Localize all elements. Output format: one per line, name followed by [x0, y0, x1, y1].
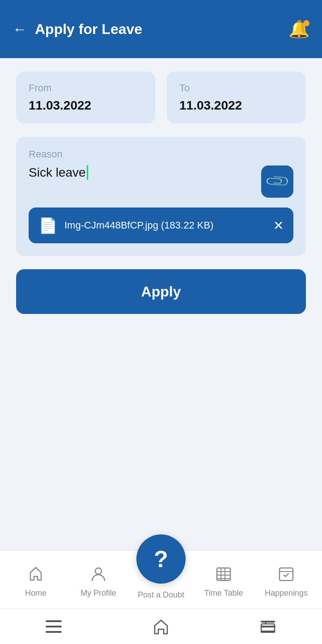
svg-rect-11: [46, 631, 62, 633]
header-left: ← Apply for Leave: [13, 21, 142, 38]
profile-icon: [90, 566, 106, 586]
paperclip-icon: 📎: [263, 168, 291, 195]
file-name: Img-CJm448BfCP.jpg (183.22 KB): [64, 220, 266, 231]
nav-profile[interactable]: My Profile: [67, 561, 130, 598]
reason-input-row: Sick leave 📎: [29, 165, 293, 198]
remove-file-button[interactable]: ✕: [273, 218, 284, 233]
nav-profile-label: My Profile: [80, 589, 116, 598]
home-icon: [28, 566, 44, 586]
svg-point-0: [95, 568, 102, 574]
date-row: From 11.03.2022 To 11.03.2022: [16, 72, 306, 123]
android-nav-bar: [0, 608, 322, 644]
file-attachment: 📄 Img-CJm448BfCP.jpg (183.22 KB) ✕: [29, 208, 293, 243]
attach-button[interactable]: 📎: [261, 165, 293, 198]
android-menu-button[interactable]: [46, 620, 62, 633]
main-content: From 11.03.2022 To 11.03.2022 Reason Sic…: [0, 58, 322, 466]
to-date-card[interactable]: To 11.03.2022: [167, 72, 306, 123]
svg-rect-15: [261, 624, 275, 633]
nav-post-doubt[interactable]: ? Post a Doubt: [130, 559, 192, 600]
nav-happenings[interactable]: Happenings: [255, 561, 318, 598]
svg-rect-10: [46, 626, 62, 627]
to-date-value: 11.03.2022: [179, 98, 293, 113]
notification-dot: [303, 20, 309, 26]
reason-text-value: Sick leave: [29, 165, 86, 180]
post-doubt-fab[interactable]: ?: [136, 534, 186, 584]
notification-button[interactable]: 🔔: [288, 19, 309, 39]
nav-happenings-label: Happenings: [265, 589, 308, 598]
back-button[interactable]: ←: [13, 21, 27, 38]
svg-rect-9: [46, 620, 62, 622]
nav-timetable-label: Time Table: [204, 589, 243, 598]
from-date-value: 11.03.2022: [29, 98, 143, 113]
nav-timetable[interactable]: Time Table: [192, 561, 255, 598]
timetable-icon: [216, 566, 232, 586]
android-home-button[interactable]: [153, 619, 169, 635]
to-label: To: [179, 82, 293, 94]
from-date-card[interactable]: From 11.03.2022: [16, 72, 155, 123]
happenings-icon: [278, 566, 294, 586]
reason-label: Reason: [29, 148, 293, 160]
reason-card: Reason Sick leave 📎 📄 Img-CJm448BfCP.jpg…: [16, 137, 306, 256]
nav-home-label: Home: [25, 589, 47, 598]
header: ← Apply for Leave 🔔: [0, 0, 322, 58]
from-label: From: [29, 82, 143, 94]
nav-home[interactable]: Home: [4, 561, 67, 598]
page-title: Apply for Leave: [35, 21, 142, 38]
reason-input[interactable]: Sick leave: [29, 165, 88, 180]
bottom-nav: Home My Profile ? Post a Doubt: [0, 550, 322, 608]
svg-rect-7: [280, 568, 293, 580]
file-icon: 📄: [38, 216, 57, 234]
question-icon: ?: [154, 546, 168, 572]
apply-button[interactable]: Apply: [16, 269, 306, 314]
text-cursor: [87, 165, 88, 180]
android-back-button[interactable]: [260, 620, 276, 633]
